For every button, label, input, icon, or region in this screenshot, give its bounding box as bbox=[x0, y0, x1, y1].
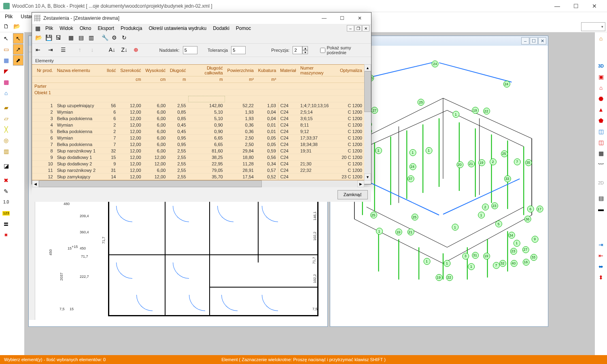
dlg-menu-pomoc[interactable]: Pomoc bbox=[233, 25, 254, 32]
curve-icon[interactable]: 〰 bbox=[596, 159, 606, 169]
col-nrmasz[interactable]: Numer maszynowy bbox=[298, 65, 337, 76]
doc3d-max-button[interactable]: ☐ bbox=[530, 37, 538, 44]
scroll-up-icon[interactable]: ▲ bbox=[364, 64, 371, 71]
settings-icon[interactable]: 🔧 bbox=[100, 33, 110, 43]
window-tool[interactable]: ▦ bbox=[1, 55, 11, 66]
col-ilosc[interactable]: Ilość bbox=[104, 65, 118, 76]
new-file-button[interactable]: 🗋 bbox=[2, 22, 11, 32]
outdent-icon[interactable]: ⇤ bbox=[34, 45, 44, 55]
group-row[interactable]: Parter bbox=[32, 83, 364, 89]
star-tool[interactable]: ✷ bbox=[1, 230, 11, 240]
scroll-left-icon[interactable]: ◀ bbox=[32, 180, 39, 187]
house-tool[interactable]: ⌂ bbox=[1, 88, 11, 98]
precyzja-spinner[interactable]: ▲▼ bbox=[293, 46, 308, 54]
tolerancja-input[interactable] bbox=[231, 46, 246, 54]
grid1-icon[interactable]: ▦ bbox=[67, 33, 76, 43]
move-tool[interactable]: ↗ bbox=[13, 44, 23, 55]
dialog-maximize-button[interactable]: ☐ bbox=[333, 13, 351, 24]
timber-tool[interactable]: ▰ bbox=[1, 102, 11, 113]
doc3d-close-button[interactable]: ✕ bbox=[538, 37, 546, 44]
hatch-tool[interactable]: ▩ bbox=[1, 77, 11, 87]
table-row[interactable]: 12Słup zamykający1412,0012,002,5535,7017… bbox=[32, 174, 364, 180]
save-all-icon[interactable]: 🖫 bbox=[54, 33, 64, 43]
arrow-red-icon[interactable]: ⇤ bbox=[596, 250, 606, 261]
dimension-tool[interactable]: 1.0 bbox=[1, 197, 11, 207]
pick-tool[interactable]: ⬈ bbox=[13, 55, 23, 66]
panel-tool[interactable]: ▥ bbox=[1, 146, 11, 157]
select-tool[interactable]: ↖ bbox=[1, 33, 11, 44]
mdi-min-button[interactable]: – bbox=[347, 25, 354, 32]
close-button[interactable]: ✕ bbox=[585, 0, 604, 12]
view-2d-button[interactable]: 2D bbox=[596, 178, 606, 188]
col-pow[interactable]: Powierzchnia bbox=[225, 65, 256, 76]
layer-combo[interactable]: ▾ bbox=[581, 22, 605, 31]
col-nrprod[interactable]: Nr prod. bbox=[32, 65, 55, 76]
sprocket-icon[interactable]: ⚙ bbox=[110, 33, 120, 43]
table-row[interactable]: 8Słup narożnikowy 13212,006,002,5581,602… bbox=[32, 148, 364, 154]
table-vertical-scrollbar[interactable]: ▲ ▼ bbox=[364, 64, 371, 180]
target-icon[interactable]: ⊕ bbox=[132, 45, 142, 55]
steel-tool[interactable]: 〓 bbox=[1, 219, 11, 229]
col-nazwa[interactable]: Nazwa elementu bbox=[55, 65, 104, 76]
log-tool[interactable]: ◎ bbox=[1, 135, 11, 146]
red3d-1-icon[interactable]: ▣ bbox=[596, 72, 606, 82]
rect-tool[interactable]: ▭ bbox=[1, 44, 11, 55]
red3d-5-icon[interactable]: ⬟ bbox=[596, 115, 606, 126]
col-opt[interactable]: Optymaliza bbox=[337, 65, 364, 76]
scroll-hthumb[interactable] bbox=[39, 180, 262, 187]
dialog-minimize-button[interactable]: — bbox=[315, 13, 333, 24]
blue-box-icon[interactable]: ◫ bbox=[596, 126, 606, 137]
arrow2-red-icon[interactable]: ⬍ bbox=[596, 272, 606, 283]
black-rect-icon[interactable]: ▬ bbox=[596, 204, 606, 214]
open-folder-icon[interactable]: 📂 bbox=[34, 33, 43, 43]
scroll-thumb[interactable] bbox=[364, 71, 371, 112]
brace-tool[interactable]: ╳ bbox=[1, 124, 11, 135]
col-dlug[interactable]: Długość bbox=[168, 65, 188, 76]
table-row[interactable]: 5Belka podokienna212,006,000,450,900,360… bbox=[32, 128, 364, 135]
table-row[interactable]: 4Wymian212,006,000,450,900,360,01C248;11… bbox=[32, 122, 364, 128]
spin-down-icon[interactable]: ▼ bbox=[302, 50, 308, 54]
down-icon[interactable]: ↓ bbox=[89, 45, 99, 55]
grid-small-icon[interactable]: ▦ bbox=[596, 148, 606, 159]
col-szer[interactable]: Szerokość bbox=[118, 65, 143, 76]
group-row[interactable]: Obiekt 1 bbox=[32, 89, 364, 96]
refresh-icon[interactable]: ↻ bbox=[120, 33, 130, 43]
table-row[interactable]: 10Słup dodatkowy 2912,0012,002,5522,9511… bbox=[32, 161, 364, 167]
table-row[interactable]: 6Wymian712,006,000,956,652,500,05C2417;3… bbox=[32, 135, 364, 141]
arrow2-blue-icon[interactable]: ⬌ bbox=[596, 261, 606, 272]
doc3d-min-button[interactable]: – bbox=[521, 37, 529, 44]
dlg-menu-eksport[interactable]: Eksport bbox=[94, 25, 117, 32]
red3d-3-icon[interactable]: ⬣ bbox=[596, 93, 606, 104]
beam-tool[interactable]: ▱ bbox=[1, 113, 11, 124]
col-wys[interactable]: Wysokość bbox=[143, 65, 168, 76]
col-dlug-calk[interactable]: Długość całkowita bbox=[188, 65, 225, 76]
dlg-menu-dodatki[interactable]: Dodatki bbox=[210, 25, 233, 32]
table-horizontal-scrollbar[interactable]: ◀ ▶ bbox=[32, 180, 364, 187]
view-3d-button[interactable]: 3D bbox=[596, 61, 606, 71]
table-row[interactable]: 1Słup uzupełniający5612,006,002,55142,80… bbox=[32, 102, 364, 109]
group-icon[interactable]: ☰ bbox=[59, 45, 68, 55]
grid2-icon[interactable]: ▤ bbox=[77, 33, 87, 43]
table-row[interactable]: 7Belka podokienna712,006,000,956,652,500… bbox=[32, 141, 364, 148]
col-kub[interactable]: Kubatura bbox=[256, 65, 278, 76]
dialog-titlebar[interactable]: Zestawienia - [Zestawienie drewna] — ☐ ✕ bbox=[32, 13, 371, 24]
roof-edge-tool[interactable]: ◤ bbox=[1, 66, 11, 76]
zestawienia-dialog[interactable]: Zestawienia - [Zestawienie drewna] — ☐ ✕… bbox=[32, 12, 371, 184]
table-row[interactable]: 3Belka podokienna612,006,000,855,101,930… bbox=[32, 115, 364, 122]
home-icon[interactable]: ⌂ bbox=[596, 33, 606, 44]
layers-icon[interactable]: ▤ bbox=[596, 193, 606, 203]
red3d-4-icon[interactable]: ▲ bbox=[596, 104, 606, 115]
scroll-right-icon[interactable]: ▶ bbox=[357, 180, 364, 187]
cube-tool[interactable]: ◪ bbox=[1, 161, 11, 171]
edit-tool[interactable]: ✎ bbox=[1, 186, 11, 197]
dialog-close-button[interactable]: ✕ bbox=[351, 13, 369, 24]
up-icon[interactable]: ↑ bbox=[77, 45, 87, 55]
spin-up-icon[interactable]: ▲ bbox=[302, 46, 308, 50]
dlg-menu-okno[interactable]: Okno bbox=[76, 25, 95, 32]
close-dialog-button[interactable]: Zamknąć bbox=[337, 190, 368, 199]
red3d-2-icon[interactable]: ⌂ bbox=[596, 83, 606, 93]
menu-plik[interactable]: Plik bbox=[2, 13, 16, 20]
grid3-icon[interactable]: ▥ bbox=[87, 33, 97, 43]
pointer-tool-active[interactable]: ↖ bbox=[13, 33, 23, 44]
dlg-menu-produkcja[interactable]: Produkcja bbox=[117, 25, 145, 32]
